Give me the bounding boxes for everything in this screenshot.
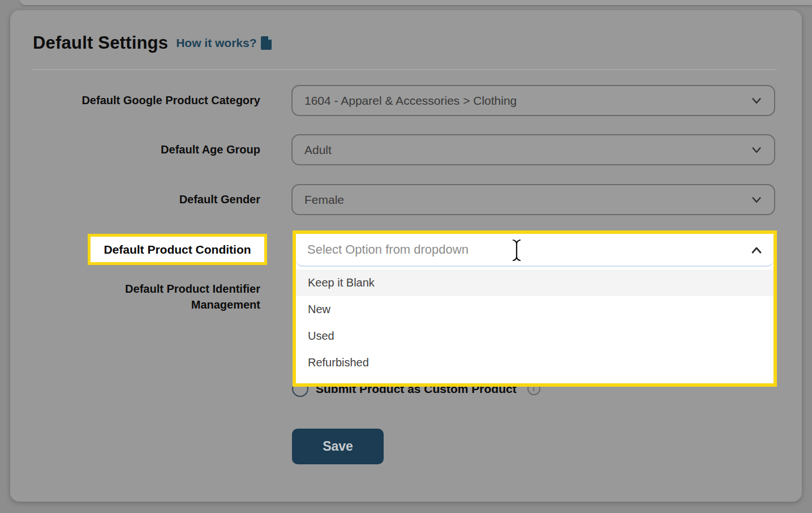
product-condition-select[interactable]: Select Option from dropdown (296, 234, 774, 267)
chevron-down-icon (750, 144, 763, 156)
dropdown-option-refurbished[interactable]: Refurbished (296, 349, 774, 376)
label-gender: Default Gender (33, 184, 260, 215)
dropdown-options-list: Keep it Blank New Used Refurbished (296, 267, 774, 376)
gender-value: Female (304, 185, 344, 215)
text-cursor-icon (512, 239, 521, 262)
previous-card-bottom-edge (20, 0, 812, 5)
label-product-identifier-management: Default Product Identifier Management (91, 281, 260, 313)
dropdown-option-keep-it-blank[interactable]: Keep it Blank (296, 270, 774, 296)
how-it-works-link[interactable]: How it works? (176, 36, 271, 50)
age-group-value: Adult (304, 135, 332, 165)
google-product-category-select[interactable]: 1604 - Apparel & Accessories > Clothing (291, 85, 775, 116)
gender-select[interactable]: Female (291, 184, 775, 215)
document-icon (261, 36, 272, 50)
google-product-category-value: 1604 - Apparel & Accessories > Clothing (304, 86, 517, 116)
highlighted-product-condition-label: Default Product Condition (88, 234, 267, 265)
save-button[interactable]: Save (292, 429, 384, 464)
product-condition-placeholder: Select Option from dropdown (307, 234, 469, 266)
how-it-works-label: How it works? (176, 36, 256, 50)
chevron-up-icon (750, 243, 763, 257)
label-google-product-category: Default Google Product Category (33, 85, 260, 116)
page-title: Default Settings (33, 33, 168, 53)
panel-header: Default Settings How it works? (33, 33, 272, 53)
default-settings-panel: Default Settings How it works? Default G… (10, 10, 802, 502)
chevron-down-icon (750, 95, 763, 107)
header-divider (33, 69, 777, 70)
highlighted-product-condition-dropdown: Select Option from dropdown Keep it Blan… (293, 230, 777, 387)
label-age-group: Default Age Group (33, 134, 260, 165)
product-condition-label-text: Default Product Condition (104, 243, 251, 256)
age-group-select[interactable]: Adult (291, 134, 775, 165)
dropdown-option-used[interactable]: Used (296, 323, 774, 349)
chevron-down-icon (750, 194, 763, 206)
dropdown-option-new[interactable]: New (296, 296, 774, 323)
